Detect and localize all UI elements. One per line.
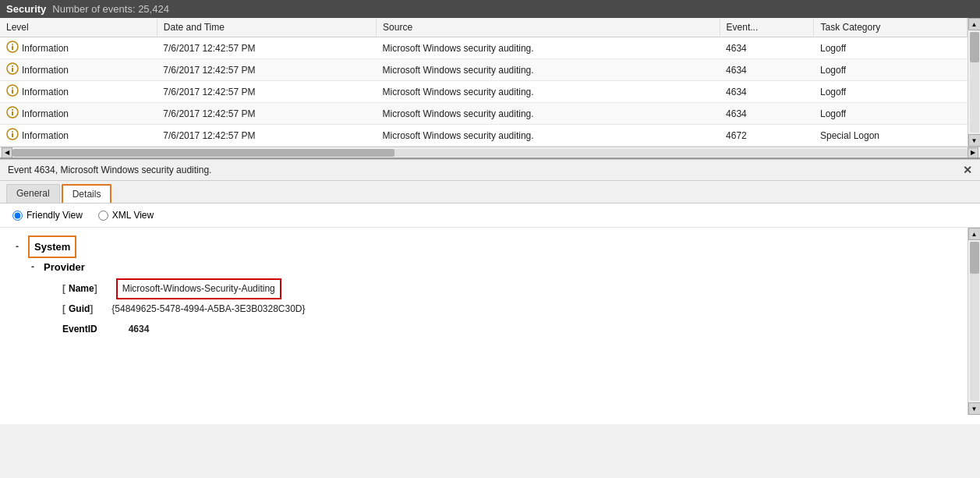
task-category-cell: Logoff (814, 37, 968, 59)
event-id-cell: 4634 (720, 37, 814, 59)
provider-node-line: - Provider (31, 258, 952, 276)
system-node-line: - System (16, 235, 952, 258)
table-scroll-track[interactable] (970, 32, 979, 133)
hscroll-track[interactable] (12, 149, 968, 157)
table-scroll-thumb (970, 32, 979, 62)
info-icon (6, 62, 19, 77)
guid-bracket-close: ] (90, 301, 93, 318)
level-cell: Information (0, 81, 157, 103)
view-options: Friendly View XML View (0, 204, 980, 228)
system-toggle[interactable]: - (16, 239, 25, 256)
detail-scroll-thumb (970, 242, 979, 274)
task-category-cell: Special Logon (814, 125, 968, 147)
tab-details[interactable]: Details (62, 184, 112, 203)
detail-close-button[interactable]: ✕ (963, 164, 972, 176)
detail-header-title: Event 4634, Microsoft Windows security a… (8, 165, 211, 175)
eventid-field-value: 4634 (129, 321, 150, 338)
info-icon (6, 128, 19, 143)
name-field-value: Microsoft-Windows-Security-Auditing (116, 278, 281, 300)
info-icon (6, 106, 19, 121)
source-cell: Microsoft Windows security auditing. (377, 103, 720, 125)
eventid-field-row: EventID 4634 (62, 321, 952, 338)
system-label: System (28, 235, 76, 258)
table-row[interactable]: Information 7/6/2017 12:42:57 PMMicrosof… (0, 59, 968, 81)
event-id-cell: 4672 (720, 125, 814, 147)
tab-general[interactable]: General (6, 184, 60, 203)
task-category-cell: Logoff (814, 103, 968, 125)
system-children: - Provider [ Name ] Microsoft-Windows-Se… (31, 258, 952, 338)
hscroll-right-arrow[interactable]: ▶ (968, 147, 978, 158)
source-cell: Microsoft Windows security auditing. (377, 37, 720, 59)
detail-scroll-track[interactable] (970, 242, 979, 401)
col-source[interactable]: Source (377, 18, 720, 37)
radio-friendly-view[interactable]: Friendly View (12, 210, 83, 221)
detail-scroll-down-arrow[interactable]: ▼ (968, 402, 981, 415)
guid-field-row: [ Guid ] {54849625-5478-4994-A5BA-3E3B03… (62, 301, 952, 318)
datetime-cell: 7/6/2017 12:42:57 PM (157, 125, 376, 147)
table-row[interactable]: Information 7/6/2017 12:42:57 PMMicrosof… (0, 37, 968, 59)
col-taskcategory[interactable]: Task Category (814, 18, 968, 37)
source-cell: Microsoft Windows security auditing. (377, 81, 720, 103)
detail-tabs: General Details (0, 181, 980, 204)
radio-xml-input[interactable] (98, 211, 108, 221)
event-table-body: Information 7/6/2017 12:42:57 PMMicrosof… (0, 37, 968, 147)
datetime-cell: 7/6/2017 12:42:57 PM (157, 103, 376, 125)
level-cell: Information (0, 125, 157, 147)
table-scroll-up-arrow[interactable]: ▲ (968, 18, 981, 30)
event-id-cell: 4634 (720, 59, 814, 81)
level-text: Information (22, 130, 69, 141)
level-text: Information (22, 108, 69, 119)
detail-scroll-area: - System - Provider [ Name ] Microsoft-W… (0, 228, 968, 415)
col-level[interactable]: Level (0, 18, 157, 37)
guid-field-value: {54849625-5478-4994-A5BA-3E3B0328C30D} (111, 301, 305, 318)
event-id-cell: 4634 (720, 103, 814, 125)
table-header-row: Level Date and Time Source Event... Task… (0, 18, 968, 37)
info-icon (6, 41, 19, 55)
col-event[interactable]: Event... (720, 18, 814, 37)
radio-xml-view[interactable]: XML View (98, 210, 154, 221)
detail-content-area: - System - Provider [ Name ] Microsoft-W… (0, 228, 980, 415)
detail-header: Event 4634, Microsoft Windows security a… (0, 160, 980, 181)
table-vertical-scrollbar[interactable]: ▲ ▼ (968, 18, 980, 147)
col-datetime[interactable]: Date and Time (157, 18, 376, 37)
table-scroll-down-arrow[interactable]: ▼ (968, 134, 981, 147)
svg-point-1 (12, 44, 13, 45)
provider-label: Provider (44, 258, 85, 276)
radio-friendly-input[interactable] (12, 211, 23, 221)
guid-field-key: Guid (69, 301, 90, 318)
event-count: Number of events: 25,424 (52, 3, 169, 15)
level-text: Information (22, 65, 69, 76)
top-bar: Security Number of events: 25,424 (0, 0, 980, 18)
source-cell: Microsoft Windows security auditing. (377, 125, 720, 147)
provider-toggle[interactable]: - (31, 259, 41, 276)
tree-root: - System - Provider [ Name ] Microsoft-W… (16, 235, 952, 338)
info-icon (6, 84, 19, 99)
level-cell: Information (0, 103, 157, 125)
level-text: Information (22, 43, 69, 54)
svg-point-9 (12, 131, 13, 133)
name-bracket-open: [ (62, 281, 65, 298)
table-row[interactable]: Information 7/6/2017 12:42:57 PMMicrosof… (0, 125, 968, 147)
horizontal-scrollbar[interactable]: ◀ ▶ (0, 147, 980, 158)
level-cell: Information (0, 59, 157, 81)
table-row[interactable]: Information 7/6/2017 12:42:57 PMMicrosof… (0, 103, 968, 125)
hscroll-thumb (12, 149, 394, 157)
hscroll-left-arrow[interactable]: ◀ (2, 147, 12, 158)
source-cell: Microsoft Windows security auditing. (377, 59, 720, 81)
table-row[interactable]: Information 7/6/2017 12:42:57 PMMicrosof… (0, 81, 968, 103)
svg-point-3 (12, 66, 13, 67)
datetime-cell: 7/6/2017 12:42:57 PM (157, 37, 376, 59)
name-bracket-close: ] (94, 281, 97, 298)
name-field-key: Name (69, 281, 94, 298)
svg-point-7 (12, 109, 13, 111)
detail-scroll-up-arrow[interactable]: ▲ (968, 228, 981, 240)
event-id-cell: 4634 (720, 81, 814, 103)
event-table-section: Level Date and Time Source Event... Task… (0, 18, 980, 159)
xml-view-label: XML View (112, 210, 154, 221)
table-wrapper: Level Date and Time Source Event... Task… (0, 18, 968, 147)
detail-vertical-scrollbar[interactable]: ▲ ▼ (968, 228, 980, 415)
detail-panel: Event 4634, Microsoft Windows security a… (0, 159, 980, 424)
svg-point-5 (12, 87, 13, 89)
friendly-view-label: Friendly View (27, 210, 83, 221)
datetime-cell: 7/6/2017 12:42:57 PM (157, 81, 376, 103)
